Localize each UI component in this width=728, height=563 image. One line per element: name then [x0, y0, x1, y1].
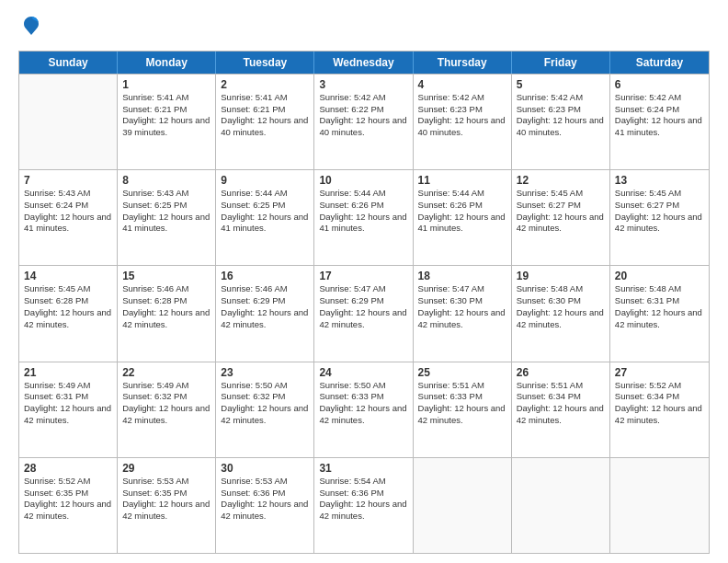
day-number: 2: [221, 78, 309, 91]
calendar-header: SundayMondayTuesdayWednesdayThursdayFrid…: [19, 52, 709, 74]
day-info: Sunrise: 5:44 AM Sunset: 6:25 PM Dayligh…: [221, 188, 309, 235]
cal-cell-20: 20Sunrise: 5:48 AM Sunset: 6:31 PM Dayli…: [610, 266, 709, 361]
week-row-5: 28Sunrise: 5:52 AM Sunset: 6:35 PM Dayli…: [19, 457, 709, 553]
day-number: 18: [418, 270, 506, 282]
day-info: Sunrise: 5:53 AM Sunset: 6:35 PM Dayligh…: [122, 476, 210, 523]
day-info: Sunrise: 5:50 AM Sunset: 6:32 PM Dayligh…: [221, 380, 309, 427]
cal-cell-8: 8Sunrise: 5:43 AM Sunset: 6:25 PM Daylig…: [118, 170, 216, 265]
day-info: Sunrise: 5:44 AM Sunset: 6:26 PM Dayligh…: [319, 188, 407, 235]
day-number: 6: [615, 78, 704, 91]
day-header-sunday: Sunday: [19, 52, 118, 74]
day-number: 24: [319, 366, 407, 379]
day-header-thursday: Thursday: [414, 52, 512, 74]
day-info: Sunrise: 5:47 AM Sunset: 6:29 PM Dayligh…: [319, 283, 407, 330]
day-info: Sunrise: 5:45 AM Sunset: 6:28 PM Dayligh…: [24, 283, 112, 330]
day-header-monday: Monday: [118, 52, 216, 74]
cal-cell-7: 7Sunrise: 5:43 AM Sunset: 6:24 PM Daylig…: [19, 170, 118, 265]
cal-cell-21: 21Sunrise: 5:49 AM Sunset: 6:31 PM Dayli…: [19, 362, 118, 457]
cal-cell-29: 29Sunrise: 5:53 AM Sunset: 6:35 PM Dayli…: [118, 458, 216, 553]
cal-cell-empty-4-5: [512, 458, 610, 553]
day-info: Sunrise: 5:52 AM Sunset: 6:35 PM Dayligh…: [24, 476, 112, 523]
day-number: 1: [122, 78, 210, 91]
cal-cell-empty-4-4: [414, 458, 512, 553]
cal-cell-16: 16Sunrise: 5:46 AM Sunset: 6:29 PM Dayli…: [216, 266, 314, 361]
calendar-body: 1Sunrise: 5:41 AM Sunset: 6:21 PM Daylig…: [19, 74, 709, 553]
day-info: Sunrise: 5:48 AM Sunset: 6:30 PM Dayligh…: [517, 283, 605, 330]
cal-cell-28: 28Sunrise: 5:52 AM Sunset: 6:35 PM Dayli…: [19, 458, 118, 553]
cal-cell-1: 1Sunrise: 5:41 AM Sunset: 6:21 PM Daylig…: [118, 75, 216, 169]
cal-cell-23: 23Sunrise: 5:50 AM Sunset: 6:32 PM Dayli…: [216, 362, 314, 457]
week-row-1: 1Sunrise: 5:41 AM Sunset: 6:21 PM Daylig…: [19, 74, 709, 169]
day-number: 7: [24, 174, 112, 187]
day-number: 17: [319, 270, 407, 282]
day-info: Sunrise: 5:44 AM Sunset: 6:26 PM Dayligh…: [418, 188, 506, 235]
cal-cell-2: 2Sunrise: 5:41 AM Sunset: 6:21 PM Daylig…: [216, 75, 314, 169]
day-number: 12: [517, 174, 605, 187]
day-info: Sunrise: 5:41 AM Sunset: 6:21 PM Dayligh…: [122, 92, 210, 139]
day-number: 13: [615, 174, 704, 187]
logo-icon: [20, 15, 42, 37]
day-number: 3: [319, 78, 407, 91]
cal-cell-17: 17Sunrise: 5:47 AM Sunset: 6:29 PM Dayli…: [314, 266, 413, 361]
cal-cell-19: 19Sunrise: 5:48 AM Sunset: 6:30 PM Dayli…: [512, 266, 610, 361]
day-info: Sunrise: 5:49 AM Sunset: 6:32 PM Dayligh…: [122, 380, 210, 427]
day-info: Sunrise: 5:54 AM Sunset: 6:36 PM Dayligh…: [319, 476, 407, 523]
day-info: Sunrise: 5:43 AM Sunset: 6:24 PM Dayligh…: [24, 188, 112, 235]
day-info: Sunrise: 5:51 AM Sunset: 6:33 PM Dayligh…: [418, 380, 506, 427]
day-number: 26: [517, 366, 605, 379]
week-row-2: 7Sunrise: 5:43 AM Sunset: 6:24 PM Daylig…: [19, 169, 709, 265]
cal-cell-13: 13Sunrise: 5:45 AM Sunset: 6:27 PM Dayli…: [610, 170, 709, 265]
day-number: 21: [24, 366, 112, 379]
day-header-saturday: Saturday: [610, 52, 709, 74]
cal-cell-10: 10Sunrise: 5:44 AM Sunset: 6:26 PM Dayli…: [314, 170, 413, 265]
header: [18, 15, 710, 41]
day-info: Sunrise: 5:42 AM Sunset: 6:23 PM Dayligh…: [517, 92, 605, 139]
cal-cell-18: 18Sunrise: 5:47 AM Sunset: 6:30 PM Dayli…: [414, 266, 512, 361]
day-info: Sunrise: 5:46 AM Sunset: 6:28 PM Dayligh…: [122, 283, 210, 330]
day-info: Sunrise: 5:43 AM Sunset: 6:25 PM Dayligh…: [122, 188, 210, 235]
day-info: Sunrise: 5:45 AM Sunset: 6:27 PM Dayligh…: [517, 188, 605, 235]
cal-cell-6: 6Sunrise: 5:42 AM Sunset: 6:24 PM Daylig…: [610, 75, 709, 169]
day-number: 19: [517, 270, 605, 282]
day-number: 16: [221, 270, 309, 282]
cal-cell-26: 26Sunrise: 5:51 AM Sunset: 6:34 PM Dayli…: [512, 362, 610, 457]
day-info: Sunrise: 5:42 AM Sunset: 6:24 PM Dayligh…: [615, 92, 704, 139]
day-number: 14: [24, 270, 112, 282]
day-number: 8: [122, 174, 210, 187]
day-number: 27: [615, 366, 704, 379]
week-row-4: 21Sunrise: 5:49 AM Sunset: 6:31 PM Dayli…: [19, 362, 709, 457]
calendar: SundayMondayTuesdayWednesdayThursdayFrid…: [18, 51, 710, 554]
cal-cell-9: 9Sunrise: 5:44 AM Sunset: 6:25 PM Daylig…: [216, 170, 314, 265]
cal-cell-3: 3Sunrise: 5:42 AM Sunset: 6:22 PM Daylig…: [314, 75, 413, 169]
day-number: 5: [517, 78, 605, 91]
day-info: Sunrise: 5:47 AM Sunset: 6:30 PM Dayligh…: [418, 283, 506, 330]
day-info: Sunrise: 5:45 AM Sunset: 6:27 PM Dayligh…: [615, 188, 704, 235]
day-number: 28: [24, 462, 112, 475]
day-info: Sunrise: 5:53 AM Sunset: 6:36 PM Dayligh…: [221, 476, 309, 523]
day-info: Sunrise: 5:49 AM Sunset: 6:31 PM Dayligh…: [24, 380, 112, 427]
cal-cell-empty-4-6: [610, 458, 709, 553]
day-number: 4: [418, 78, 506, 91]
day-info: Sunrise: 5:42 AM Sunset: 6:22 PM Dayligh…: [319, 92, 407, 139]
page: SundayMondayTuesdayWednesdayThursdayFrid…: [0, 0, 728, 563]
logo: [18, 15, 42, 41]
cal-cell-5: 5Sunrise: 5:42 AM Sunset: 6:23 PM Daylig…: [512, 75, 610, 169]
cal-cell-empty-0-0: [19, 75, 118, 169]
day-number: 9: [221, 174, 309, 187]
day-info: Sunrise: 5:41 AM Sunset: 6:21 PM Dayligh…: [221, 92, 309, 139]
day-number: 29: [122, 462, 210, 475]
day-info: Sunrise: 5:42 AM Sunset: 6:23 PM Dayligh…: [418, 92, 506, 139]
day-number: 30: [221, 462, 309, 475]
cal-cell-30: 30Sunrise: 5:53 AM Sunset: 6:36 PM Dayli…: [216, 458, 314, 553]
day-header-wednesday: Wednesday: [314, 52, 413, 74]
day-header-friday: Friday: [512, 52, 610, 74]
day-info: Sunrise: 5:50 AM Sunset: 6:33 PM Dayligh…: [319, 380, 407, 427]
day-number: 31: [319, 462, 407, 475]
day-number: 20: [615, 270, 704, 282]
cal-cell-4: 4Sunrise: 5:42 AM Sunset: 6:23 PM Daylig…: [414, 75, 512, 169]
day-header-tuesday: Tuesday: [216, 52, 314, 74]
day-number: 23: [221, 366, 309, 379]
cal-cell-11: 11Sunrise: 5:44 AM Sunset: 6:26 PM Dayli…: [414, 170, 512, 265]
day-info: Sunrise: 5:51 AM Sunset: 6:34 PM Dayligh…: [517, 380, 605, 427]
cal-cell-24: 24Sunrise: 5:50 AM Sunset: 6:33 PM Dayli…: [314, 362, 413, 457]
